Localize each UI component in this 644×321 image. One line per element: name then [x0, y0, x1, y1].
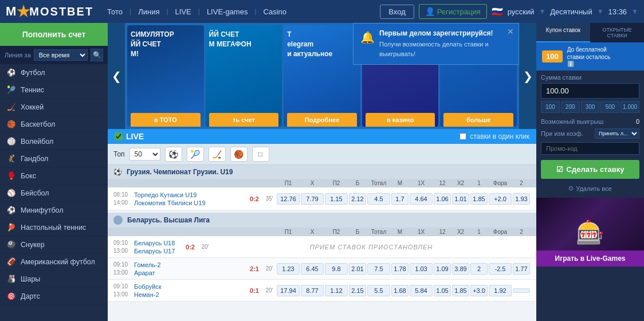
team1-link[interactable]: Торпедо Кутаиси U19 — [134, 191, 197, 198]
odds-cell[interactable]: 2.12 — [349, 193, 366, 205]
search-button[interactable]: 🔍 — [91, 49, 103, 61]
banner-next-button[interactable]: ❯ — [519, 23, 536, 129]
nav-toto[interactable]: Тото — [104, 7, 126, 16]
sidebar-item-hockey[interactable]: 🏒 Хоккей — [0, 99, 108, 116]
stake-300-button[interactable]: 300 — [581, 101, 600, 113]
stake-input[interactable] — [541, 83, 639, 99]
register-button[interactable]: 👤 Регистрация — [419, 4, 487, 19]
sport-filter-more[interactable]: □ — [252, 147, 269, 162]
sidebar-item-volleyball[interactable]: 🏐 Волейбол — [0, 133, 108, 150]
sidebar-item-bowling[interactable]: 🎳 Шары — [0, 271, 108, 288]
decimal-selector[interactable]: Десятичный — [550, 7, 592, 16]
odds-cell[interactable]: 1.03 — [410, 263, 433, 275]
nav-live[interactable]: LIVE — [172, 7, 195, 16]
sidebar-item-tennis[interactable]: 🎾 Теннис — [0, 81, 108, 99]
odds-cell[interactable]: 3.89 — [452, 263, 469, 275]
odds-cell[interactable]: 4.5 — [367, 193, 390, 205]
odds-cell[interactable]: 17.94 — [277, 285, 300, 296]
login-button[interactable]: Вход — [380, 5, 414, 19]
sidebar-item-amfootball[interactable]: 🏈 Американский футбол — [0, 253, 108, 271]
stake-100-button[interactable]: 100 — [541, 101, 560, 113]
odds-cell[interactable]: 2.01 — [349, 263, 366, 275]
odds-cell[interactable]: +2.0 — [489, 193, 512, 205]
odds-cell[interactable]: 1.15 — [325, 193, 348, 205]
live-checkbox[interactable] — [115, 132, 123, 140]
odds-cell[interactable]: 1.09 — [434, 263, 451, 275]
odds-cell[interactable]: 1.23 — [277, 263, 300, 275]
odds-cell[interactable]: 1.01 — [452, 193, 469, 205]
slide-5-btn[interactable]: больше — [443, 113, 513, 127]
odds-cell[interactable]: 1.92 — [489, 285, 512, 296]
slide-2-btn[interactable]: ть счет — [209, 113, 279, 127]
sport-filter-football[interactable]: ⚽ — [165, 147, 182, 162]
odds-cell[interactable]: 12.76 — [277, 193, 300, 205]
odds-cell[interactable]: 1.78 — [391, 263, 409, 275]
odds-cell[interactable]: 5.84 — [410, 285, 433, 296]
sport-filter-hockey[interactable]: 🏒 — [209, 147, 226, 162]
odds-cell[interactable]: 2 — [470, 263, 488, 275]
stake-500-button[interactable]: 500 — [600, 101, 619, 113]
odds-cell[interactable]: +3.0 — [470, 285, 488, 296]
odds-cell[interactable]: 2.15 — [349, 285, 366, 296]
odds-cell[interactable]: 6.45 — [301, 263, 324, 275]
sport-filter-tennis[interactable]: 🎾 — [187, 147, 204, 162]
odds-cell[interactable]: 8.77 — [301, 285, 324, 296]
team2-link[interactable]: Беларусь U17 — [134, 248, 175, 255]
sidebar-item-basketball[interactable]: 🏀 Баскетбол — [0, 116, 108, 133]
odds-cell[interactable]: 1.12 — [325, 285, 348, 296]
deposit-button[interactable]: Пополнить счет — [0, 23, 108, 46]
team2-link[interactable]: Локомотив Тбилиси U19 — [134, 199, 206, 206]
time-filter-select[interactable]: Все время — [34, 49, 88, 61]
live-filters: Топ 50 ⚽ 🎾 🏒 🏀 □ — [108, 144, 536, 165]
odds-cell[interactable]: 1.85 — [470, 193, 488, 205]
sidebar-item-tabletennis[interactable]: 🏓 Настольный теннис — [0, 219, 108, 236]
sport-filter-basketball[interactable]: 🏀 — [230, 147, 248, 162]
odds-cell[interactable]: 7.79 — [301, 193, 324, 205]
team1-link[interactable]: Гомель-2 — [134, 261, 161, 268]
close-icon[interactable]: ✕ — [507, 27, 514, 36]
sidebar-item-snooker[interactable]: 🎱 Снукер — [0, 236, 108, 253]
sidebar-item-baseball[interactable]: ⚾ Бейсбол — [0, 185, 108, 202]
slide-4-btn[interactable]: в казино — [366, 113, 435, 127]
nav-live-games[interactable]: LIVE-games — [203, 7, 252, 16]
promo-input[interactable] — [541, 142, 639, 155]
sidebar-item-boxing[interactable]: 🥊 Бокс — [0, 167, 108, 185]
odds-cell[interactable]: 1.7 — [391, 193, 409, 205]
nav-liniya[interactable]: Линия — [135, 7, 163, 16]
slide-3-btn[interactable]: Подробнее — [287, 113, 357, 127]
team2-link[interactable]: Неман-2 — [134, 291, 159, 298]
team1-link[interactable]: Бобруйск — [134, 283, 162, 290]
odds-cell[interactable]: 7.5 — [367, 263, 390, 275]
slide-1-btn[interactable]: в ТОТО — [131, 113, 201, 127]
team2-link[interactable]: Арарат — [134, 269, 155, 276]
odds-cell[interactable]: 9.8 — [325, 263, 348, 275]
sidebar-item-football[interactable]: ⚽ Футбол — [0, 64, 108, 81]
odds-cell[interactable]: 1.06 — [434, 193, 451, 205]
odds-cell[interactable]: 1.85 — [452, 285, 469, 296]
one-click-checkbox[interactable] — [460, 133, 466, 140]
odds-cell[interactable]: 5.5 — [367, 285, 390, 296]
odds-cell[interactable]: 1.68 — [391, 285, 409, 296]
sidebar-item-minifootball[interactable]: ⚽ Минифутбол — [0, 202, 108, 219]
sidebar-item-darts[interactable]: 🎯 Дартс — [0, 288, 108, 305]
nav-casino[interactable]: Casino — [260, 7, 290, 16]
team1-link[interactable]: Беларусь U18 — [134, 240, 175, 246]
play-live-games-button[interactable]: Играть в Live-Games — [536, 250, 644, 267]
odds-cell[interactable]: 4.64 — [410, 193, 433, 205]
stake-1000-button[interactable]: 1.000 — [621, 101, 639, 113]
delete-all-button[interactable]: ⊙ Удалить все — [536, 182, 644, 194]
sidebar-item-handball[interactable]: 🤾 Гандбол — [0, 150, 108, 167]
top-count-select[interactable]: 50 — [129, 148, 160, 160]
language-selector[interactable]: русский — [508, 7, 535, 16]
stake-200-button[interactable]: 200 — [561, 101, 580, 113]
banner-prev-button[interactable]: ❮ — [108, 23, 125, 129]
coef-select[interactable]: Принять л...Принять всеОтклонить — [595, 128, 639, 139]
coupon-tab[interactable]: Купон ставок — [536, 23, 590, 42]
open-bets-tab[interactable]: ОТКРЫТЫЕ СТАВКИ — [590, 23, 644, 42]
odds-cell[interactable]: -2.5 — [489, 263, 512, 275]
odds-cell[interactable]: 1.77 — [513, 263, 530, 275]
odds-cell[interactable]: 1.93 — [513, 193, 530, 205]
odds-cell[interactable] — [513, 288, 530, 293]
place-bet-button[interactable]: ☑ Сделать ставку — [541, 160, 639, 179]
odds-cell[interactable]: 1.05 — [434, 285, 451, 296]
